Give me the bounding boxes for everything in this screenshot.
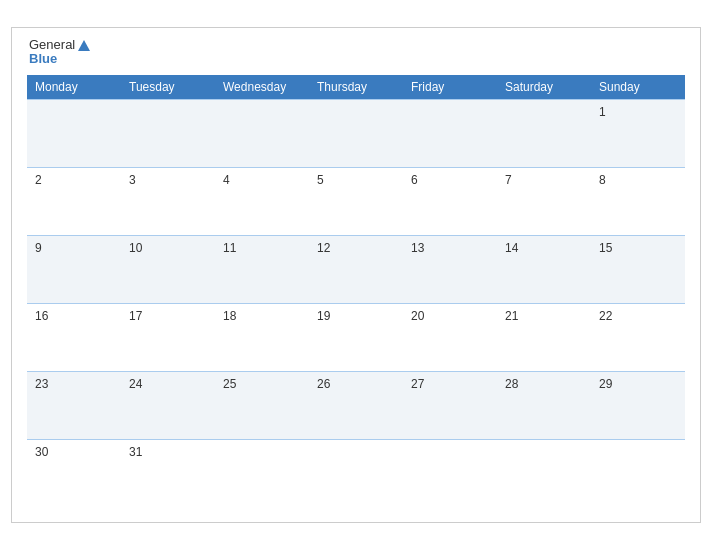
- day-number: 7: [505, 173, 512, 187]
- weekday-header-wednesday: Wednesday: [215, 75, 309, 100]
- day-number: 15: [599, 241, 612, 255]
- calendar-cell: 25: [215, 371, 309, 439]
- weekday-header-monday: Monday: [27, 75, 121, 100]
- day-number: 3: [129, 173, 136, 187]
- calendar-cell: [27, 99, 121, 167]
- weekday-header-row: MondayTuesdayWednesdayThursdayFridaySatu…: [27, 75, 685, 100]
- day-number: 21: [505, 309, 518, 323]
- day-number: 30: [35, 445, 48, 459]
- day-number: 17: [129, 309, 142, 323]
- calendar-cell: [403, 99, 497, 167]
- day-number: 12: [317, 241, 330, 255]
- calendar-container: General Blue MondayTuesdayWednesdayThurs…: [11, 27, 701, 523]
- calendar-cell: [215, 99, 309, 167]
- day-number: 10: [129, 241, 142, 255]
- calendar-cell: [497, 439, 591, 507]
- calendar-cell: 31: [121, 439, 215, 507]
- day-number: 27: [411, 377, 424, 391]
- week-row-5: 3031: [27, 439, 685, 507]
- day-number: 24: [129, 377, 142, 391]
- calendar-cell: [215, 439, 309, 507]
- day-number: 31: [129, 445, 142, 459]
- calendar-cell: [309, 99, 403, 167]
- day-number: 22: [599, 309, 612, 323]
- day-number: 2: [35, 173, 42, 187]
- calendar-cell: 11: [215, 235, 309, 303]
- logo-blue-text: Blue: [29, 52, 57, 66]
- day-number: 18: [223, 309, 236, 323]
- calendar-cell: 21: [497, 303, 591, 371]
- calendar-cell: 27: [403, 371, 497, 439]
- day-number: 13: [411, 241, 424, 255]
- calendar-cell: 30: [27, 439, 121, 507]
- calendar-cell: 6: [403, 167, 497, 235]
- day-number: 14: [505, 241, 518, 255]
- day-number: 26: [317, 377, 330, 391]
- calendar-cell: 17: [121, 303, 215, 371]
- calendar-cell: [121, 99, 215, 167]
- calendar-cell: 3: [121, 167, 215, 235]
- calendar-tbody: 1234567891011121314151617181920212223242…: [27, 99, 685, 507]
- calendar-cell: [309, 439, 403, 507]
- weekday-header-thursday: Thursday: [309, 75, 403, 100]
- week-row-3: 16171819202122: [27, 303, 685, 371]
- calendar-cell: 10: [121, 235, 215, 303]
- calendar-table: MondayTuesdayWednesdayThursdayFridaySatu…: [27, 75, 685, 508]
- calendar-cell: 20: [403, 303, 497, 371]
- day-number: 6: [411, 173, 418, 187]
- day-number: 23: [35, 377, 48, 391]
- week-row-1: 2345678: [27, 167, 685, 235]
- day-number: 1: [599, 105, 606, 119]
- calendar-cell: 4: [215, 167, 309, 235]
- day-number: 29: [599, 377, 612, 391]
- calendar-cell: 14: [497, 235, 591, 303]
- calendar-cell: 2: [27, 167, 121, 235]
- calendar-cell: 19: [309, 303, 403, 371]
- logo-triangle-icon: [78, 40, 90, 51]
- calendar-thead: MondayTuesdayWednesdayThursdayFridaySatu…: [27, 75, 685, 100]
- calendar-cell: 5: [309, 167, 403, 235]
- calendar-cell: 12: [309, 235, 403, 303]
- calendar-cell: 18: [215, 303, 309, 371]
- calendar-cell: 28: [497, 371, 591, 439]
- logo-general-text: General: [29, 38, 75, 52]
- logo: General Blue: [29, 38, 90, 67]
- day-number: 11: [223, 241, 236, 255]
- weekday-header-sunday: Sunday: [591, 75, 685, 100]
- day-number: 4: [223, 173, 230, 187]
- day-number: 16: [35, 309, 48, 323]
- day-number: 25: [223, 377, 236, 391]
- calendar-cell: [497, 99, 591, 167]
- calendar-header: General Blue: [27, 38, 685, 67]
- weekday-header-friday: Friday: [403, 75, 497, 100]
- calendar-cell: 22: [591, 303, 685, 371]
- calendar-cell: 9: [27, 235, 121, 303]
- day-number: 19: [317, 309, 330, 323]
- calendar-cell: [591, 439, 685, 507]
- day-number: 20: [411, 309, 424, 323]
- calendar-cell: 29: [591, 371, 685, 439]
- calendar-cell: 26: [309, 371, 403, 439]
- calendar-cell: 7: [497, 167, 591, 235]
- day-number: 8: [599, 173, 606, 187]
- week-row-2: 9101112131415: [27, 235, 685, 303]
- day-number: 9: [35, 241, 42, 255]
- weekday-header-saturday: Saturday: [497, 75, 591, 100]
- calendar-cell: 13: [403, 235, 497, 303]
- calendar-cell: 24: [121, 371, 215, 439]
- day-number: 5: [317, 173, 324, 187]
- calendar-cell: [403, 439, 497, 507]
- calendar-cell: 23: [27, 371, 121, 439]
- day-number: 28: [505, 377, 518, 391]
- calendar-cell: 8: [591, 167, 685, 235]
- week-row-4: 23242526272829: [27, 371, 685, 439]
- weekday-header-tuesday: Tuesday: [121, 75, 215, 100]
- calendar-cell: 15: [591, 235, 685, 303]
- week-row-0: 1: [27, 99, 685, 167]
- calendar-cell: 16: [27, 303, 121, 371]
- calendar-cell: 1: [591, 99, 685, 167]
